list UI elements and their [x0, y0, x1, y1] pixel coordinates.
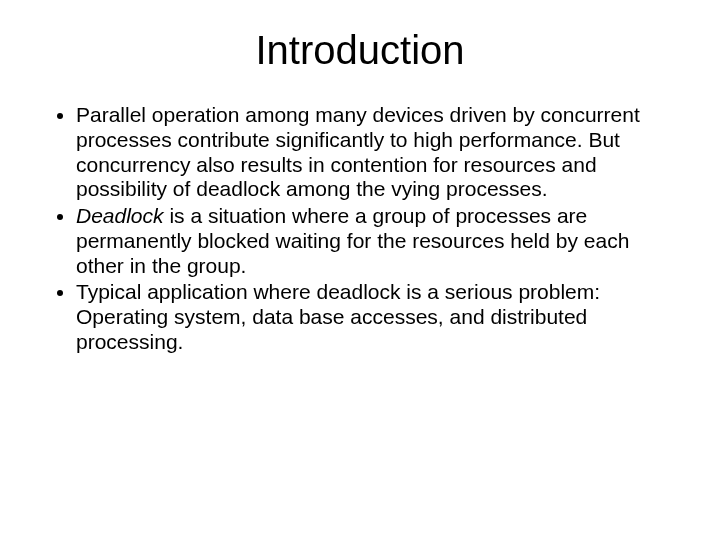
bullet-text: Parallel operation among many devices dr… — [76, 103, 640, 200]
list-item: Typical application where deadlock is a … — [76, 280, 672, 354]
slide: Introduction Parallel operation among ma… — [0, 0, 720, 540]
bullet-text: Typical application where deadlock is a … — [76, 280, 600, 353]
list-item: Parallel operation among many devices dr… — [76, 103, 672, 202]
bullet-list: Parallel operation among many devices dr… — [48, 103, 672, 355]
bullet-italic: Deadlock — [76, 204, 164, 227]
list-item: Deadlock is a situation where a group of… — [76, 204, 672, 278]
slide-title: Introduction — [48, 28, 672, 73]
